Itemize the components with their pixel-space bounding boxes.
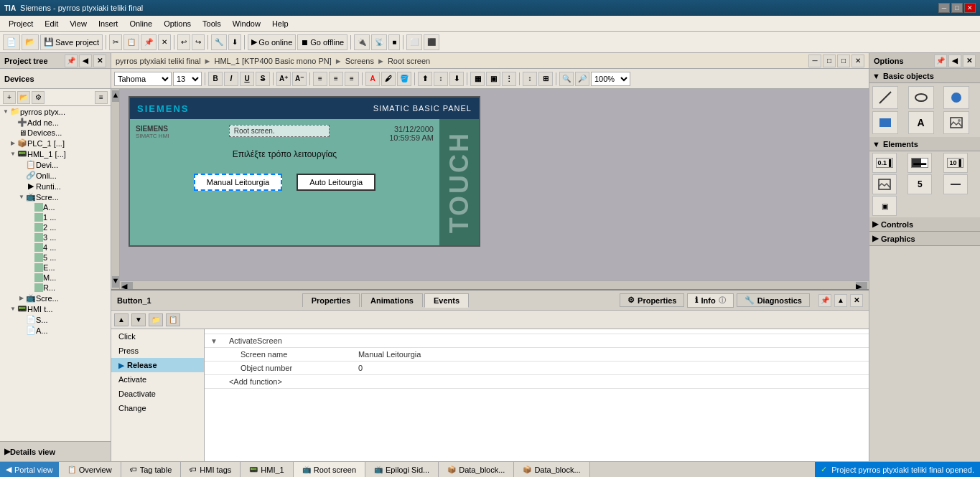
save-project-button[interactable]: 💾 Save project — [40, 34, 103, 50]
menu-project[interactable]: Project — [3, 18, 39, 29]
ev-up-button[interactable]: ▲ — [114, 313, 129, 326]
zoom-out-button[interactable]: 🔎 — [575, 72, 589, 86]
add-device-button[interactable]: + — [3, 91, 16, 104]
tab-data-block1[interactable]: 📦 Data_block... — [439, 462, 514, 477]
table-row-add-function[interactable]: <Add function> — [205, 375, 869, 389]
tool-ellipse[interactable] — [908, 86, 934, 109]
tool-text[interactable]: A — [908, 111, 934, 134]
tab-data-block2[interactable]: 📦 Data_block... — [514, 462, 589, 477]
scroll-right-button[interactable]: ▶ — [856, 282, 867, 289]
redo-button[interactable]: ↪ — [192, 34, 205, 50]
event-release[interactable]: ▶ Release — [111, 358, 204, 372]
highlight-button[interactable]: 🖌 — [381, 72, 396, 86]
breadcrumb-close-button[interactable]: ✕ — [851, 55, 864, 67]
tree-item-m[interactable]: M... — [0, 273, 111, 283]
tree-item-plc1[interactable]: ▶ 📦 PLC_1 [...] — [0, 138, 111, 148]
menu-window[interactable]: Window — [227, 18, 266, 29]
tree-item-onli[interactable]: 🔗 Onli... — [0, 170, 111, 181]
breadcrumb-restore-button[interactable]: □ — [823, 55, 836, 67]
event-activate[interactable]: Activate — [111, 372, 204, 387]
hmi-screen-name-field[interactable]: Root screen. — [229, 125, 330, 137]
hmi-auto-button[interactable]: Auto Leitourgia — [297, 174, 375, 191]
tree-item-scre2[interactable]: ▶ 📺 Scre... — [0, 293, 111, 303]
tool-gauge2[interactable]: 10▐ — [943, 153, 968, 173]
menu-online[interactable]: Online — [123, 18, 158, 29]
tool-line[interactable] — [872, 86, 898, 109]
tree-item-addnew[interactable]: ➕ Add ne... — [0, 117, 111, 128]
tree-item-2[interactable]: 2 ... — [0, 222, 111, 232]
tool-extra1[interactable]: ▣ — [872, 196, 897, 216]
arrange-button[interactable]: ↕ — [523, 72, 537, 86]
ev-down-button[interactable]: ▼ — [131, 313, 146, 326]
ptab-properties[interactable]: ⚙ Properties — [620, 293, 684, 307]
prop-arrow-button[interactable]: ▲ — [834, 294, 847, 307]
stop-button[interactable]: ■ — [388, 34, 400, 50]
tab-epilogi[interactable]: 📺 Epilogi Sid... — [365, 462, 439, 477]
tool-image2[interactable] — [872, 174, 897, 194]
menu-view[interactable]: View — [64, 18, 93, 29]
minimize-button[interactable]: ─ — [938, 3, 950, 13]
tool-number5[interactable]: 5 — [907, 174, 932, 194]
tree-item-devi[interactable]: 📋 Devi... — [0, 159, 111, 170]
ptab-info[interactable]: ℹ Info ⓘ — [687, 293, 733, 308]
tree-item-s[interactable]: 📄 S... — [0, 314, 111, 325]
tool-line2[interactable] — [943, 174, 968, 194]
tree-item-hml1[interactable]: ▼ 📟 HML_1 [...] — [0, 148, 111, 159]
zoom-selector[interactable]: 100% — [591, 72, 630, 86]
tab-properties[interactable]: Properties — [302, 293, 360, 307]
menu-insert[interactable]: Insert — [93, 18, 124, 29]
undo-button[interactable]: ↩ — [177, 34, 190, 50]
tab-overview[interactable]: 📋 Overview — [59, 462, 121, 477]
go-offline-button[interactable]: ⏹ Go offline — [297, 34, 347, 50]
align-bottom-button[interactable]: ⬇ — [449, 72, 464, 86]
group-button[interactable]: ⊞ — [538, 72, 553, 86]
tree-item-a2[interactable]: 📄 A... — [0, 325, 111, 336]
fill-button[interactable]: 🪣 — [397, 72, 411, 86]
cut-button[interactable]: ✂ — [109, 34, 122, 50]
scroll-down-button[interactable]: ▼ — [112, 276, 119, 288]
align-left-button[interactable]: ≡ — [313, 72, 327, 86]
strikethrough-button[interactable]: S — [256, 72, 270, 86]
event-click[interactable]: Click — [111, 329, 204, 344]
tree-item-e[interactable]: E... — [0, 263, 111, 273]
menu-help[interactable]: Help — [266, 18, 294, 29]
tool-rectangle[interactable] — [872, 111, 898, 134]
h-scrollbar[interactable]: ◀ ▶ — [120, 280, 869, 289]
ptab-diagnostics[interactable]: 🔧 Diagnostics — [737, 293, 810, 307]
tree-collapse-button[interactable]: ◀ — [79, 55, 92, 67]
tab-events[interactable]: Events — [424, 293, 469, 308]
hmi-manual-button[interactable]: Manual Leitourgia — [194, 174, 282, 191]
border-button[interactable]: ▦ — [470, 72, 485, 86]
tree-item-5[interactable]: 5 ... — [0, 252, 111, 263]
tree-item-screens[interactable]: ▼ 📺 Scre... — [0, 192, 111, 202]
tab-animations[interactable]: Animations — [361, 293, 423, 307]
view1-button[interactable]: ⬜ — [406, 34, 422, 50]
details-view-header[interactable]: ▶ Details view — [0, 441, 111, 461]
ev-folder-button[interactable]: 📁 — [149, 313, 163, 326]
menu-options[interactable]: Options — [158, 18, 197, 29]
align-right-button[interactable]: ≡ — [345, 72, 359, 86]
open-editor-button[interactable]: 📂 — [17, 91, 30, 104]
download-button[interactable]: ⬇ — [228, 34, 241, 50]
toolbox-pin-button[interactable]: 📌 — [934, 55, 947, 67]
menu-tools[interactable]: Tools — [197, 18, 227, 29]
grow-text-button[interactable]: A⁺ — [276, 72, 291, 86]
font-color-button[interactable]: A — [365, 72, 380, 86]
scroll-left-button[interactable]: ◀ — [121, 282, 133, 289]
go-online-button[interactable]: ▶ Go online — [248, 34, 296, 50]
align-center-button[interactable]: ≡ — [329, 72, 343, 86]
tab-root-screen[interactable]: 📺 Root screen — [294, 462, 365, 477]
bold-button[interactable]: B — [208, 72, 223, 86]
tree-item-1[interactable]: 1 ... — [0, 212, 111, 222]
font-selector[interactable]: Tahoma — [114, 72, 172, 86]
tab-hmi-tags[interactable]: 🏷 HMI tags — [181, 462, 241, 477]
network-button[interactable]: 🔌 — [354, 34, 370, 50]
tool-circle[interactable] — [943, 86, 969, 109]
toolbox-close-button[interactable]: ✕ — [963, 55, 976, 67]
tab-tag-table[interactable]: 🏷 Tag table — [121, 462, 182, 477]
breadcrumb-minimize-button[interactable]: ─ — [808, 55, 821, 67]
menu-edit[interactable]: Edit — [39, 18, 64, 29]
tree-close-button[interactable]: ✕ — [93, 55, 106, 67]
compile-button[interactable]: 🔧 — [211, 34, 227, 50]
expand-all-button[interactable]: ≡ — [95, 91, 108, 104]
